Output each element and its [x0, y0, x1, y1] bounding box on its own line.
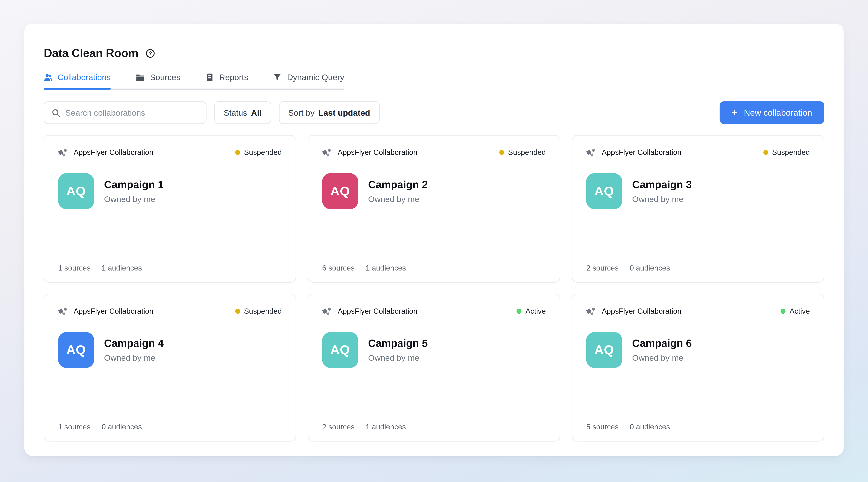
status-text: Suspended: [508, 148, 546, 156]
collab-info: Campaign 3 Owned by me: [632, 179, 692, 204]
collab-info: Campaign 5 Owned by me: [368, 338, 428, 362]
collab-avatar: AQ: [586, 173, 622, 209]
provider-label: AppsFlyer Collaboration: [602, 148, 682, 156]
status-badge: Active: [517, 307, 546, 315]
svg-text:?: ?: [149, 50, 152, 56]
card-stats: 2 sources 1 audiences: [322, 423, 546, 431]
collab-title: Campaign 1: [104, 179, 164, 191]
sort-by-dropdown[interactable]: Sort by Last updated: [279, 101, 379, 124]
collab-avatar: AQ: [322, 173, 358, 209]
card-main: AQ Campaign 5 Owned by me: [322, 332, 546, 368]
status-text: Suspended: [772, 148, 810, 156]
tab-collaborations[interactable]: Collaborations: [44, 72, 111, 89]
tab-bar: Collaborations Sources: [44, 72, 344, 90]
collab-title: Campaign 6: [632, 338, 692, 350]
collaboration-card[interactable]: AppsFlyer Collaboration Suspended AQ Cam…: [44, 135, 296, 283]
audiences-count: 1 audiences: [366, 423, 406, 431]
card-main: AQ Campaign 2 Owned by me: [322, 173, 546, 209]
help-circle-icon[interactable]: ?: [146, 49, 155, 58]
collaboration-card[interactable]: AppsFlyer Collaboration Suspended AQ Cam…: [308, 135, 560, 283]
audiences-count: 0 audiences: [630, 423, 670, 431]
collab-owner: Owned by me: [632, 353, 692, 362]
status-text: Suspended: [244, 148, 282, 156]
toolbar: Status All Sort by Last updated + New co…: [44, 101, 825, 124]
collab-title: Campaign 5: [368, 338, 428, 350]
stage: Data Clean Room ? Collaborati: [0, 0, 868, 482]
search-input[interactable]: [65, 108, 199, 117]
card-header: AppsFlyer Collaboration Suspended: [322, 148, 546, 157]
funnel-icon: [273, 73, 282, 82]
appsflyer-logo-icon: [322, 148, 332, 157]
card-stats: 6 sources 1 audiences: [322, 264, 546, 272]
status-badge: Suspended: [235, 307, 282, 315]
status-dot: [499, 150, 504, 155]
page-title: Data Clean Room: [44, 46, 138, 60]
appsflyer-logo-icon: [586, 307, 596, 316]
search-box[interactable]: [44, 101, 207, 124]
main-panel: Data Clean Room ? Collaborati: [24, 24, 844, 456]
status-filter[interactable]: Status All: [214, 101, 271, 124]
tab-label: Reports: [219, 72, 248, 82]
status-badge: Suspended: [235, 148, 282, 156]
collab-title: Campaign 2: [368, 179, 428, 191]
users-icon: [44, 73, 53, 82]
collab-info: Campaign 2 Owned by me: [368, 179, 428, 204]
audiences-count: 1 audiences: [102, 264, 142, 272]
collab-info: Campaign 1 Owned by me: [104, 179, 164, 204]
audiences-count: 1 audiences: [366, 264, 406, 272]
tab-label: Sources: [150, 72, 180, 82]
sources-count: 2 sources: [586, 264, 619, 272]
audiences-count: 0 audiences: [102, 423, 142, 431]
collaboration-card[interactable]: AppsFlyer Collaboration Active AQ Campai…: [572, 294, 824, 442]
tab-sources[interactable]: Sources: [135, 72, 180, 89]
new-collaboration-button[interactable]: + New collaboration: [719, 101, 825, 124]
appsflyer-logo-icon: [58, 148, 68, 157]
sources-count: 1 sources: [58, 264, 90, 272]
card-header: AppsFlyer Collaboration Active: [586, 307, 810, 316]
folder-icon: [135, 73, 145, 82]
provider-label: AppsFlyer Collaboration: [73, 148, 153, 156]
plus-icon: +: [732, 107, 738, 118]
collab-avatar: AQ: [58, 332, 94, 368]
collab-info: Campaign 4 Owned by me: [104, 338, 164, 362]
collaboration-card[interactable]: AppsFlyer Collaboration Suspended AQ Cam…: [44, 294, 296, 442]
new-collaboration-label: New collaboration: [744, 108, 812, 118]
tab-dynamic-query[interactable]: Dynamic Query: [273, 72, 344, 89]
card-main: AQ Campaign 4 Owned by me: [58, 332, 282, 368]
collaboration-card[interactable]: AppsFlyer Collaboration Active AQ Campai…: [308, 294, 560, 442]
sort-by-value: Last updated: [318, 108, 370, 117]
sort-by-label: Sort by: [288, 108, 315, 117]
collab-owner: Owned by me: [104, 194, 164, 204]
status-badge: Active: [781, 307, 810, 315]
status-filter-label: Status: [224, 108, 247, 117]
status-text: Active: [789, 307, 810, 315]
collab-info: Campaign 6 Owned by me: [632, 338, 692, 362]
card-stats: 1 sources 0 audiences: [58, 423, 282, 431]
collab-owner: Owned by me: [104, 353, 164, 362]
collab-title: Campaign 4: [104, 338, 164, 350]
card-stats: 5 sources 0 audiences: [586, 423, 810, 431]
collab-title: Campaign 3: [632, 179, 692, 191]
collab-avatar: AQ: [586, 332, 622, 368]
collab-owner: Owned by me: [368, 353, 428, 362]
card-main: AQ Campaign 6 Owned by me: [586, 332, 810, 368]
sources-count: 5 sources: [586, 423, 619, 431]
appsflyer-logo-icon: [58, 307, 68, 316]
collab-owner: Owned by me: [368, 194, 428, 204]
tab-label: Collaborations: [58, 72, 111, 82]
page-header: Data Clean Room ?: [44, 46, 825, 60]
card-header: AppsFlyer Collaboration Suspended: [58, 307, 282, 316]
sources-count: 2 sources: [322, 423, 354, 431]
collaboration-card[interactable]: AppsFlyer Collaboration Suspended AQ Cam…: [572, 135, 824, 283]
provider-label: AppsFlyer Collaboration: [338, 148, 417, 156]
provider-label: AppsFlyer Collaboration: [73, 307, 153, 315]
collab-owner: Owned by me: [632, 194, 692, 204]
card-header: AppsFlyer Collaboration Suspended: [586, 148, 810, 157]
status-dot: [517, 309, 522, 314]
card-header: AppsFlyer Collaboration Active: [322, 307, 546, 316]
search-icon: [52, 108, 60, 117]
card-header: AppsFlyer Collaboration Suspended: [58, 148, 282, 157]
appsflyer-logo-icon: [322, 307, 332, 316]
status-dot: [781, 309, 786, 314]
tab-reports[interactable]: Reports: [205, 72, 248, 89]
